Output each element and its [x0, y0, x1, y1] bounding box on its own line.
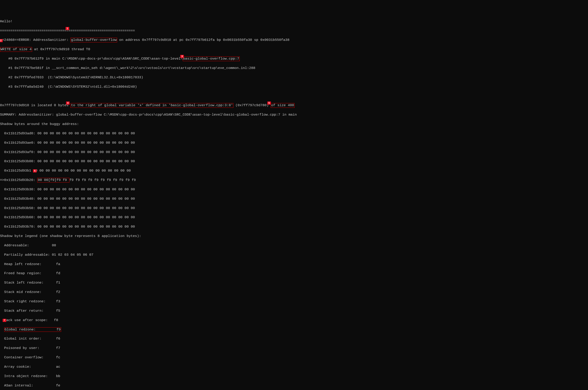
legend-global-redzone-box: Global redzone: f9: [4, 327, 61, 332]
legend-intra: Intra object redzone: bb: [0, 374, 588, 379]
shadow-row: 0x11b125d93ae0: 00 00 00 00 00 00 00 00 …: [0, 141, 588, 145]
callout-3: 3: [180, 55, 184, 58]
legend-global-redzone: Global redzone: f9: [0, 327, 588, 332]
frame-0-file-box: basic-global-overflow.cpp:7: [183, 56, 240, 61]
error-prefix: ==24868==ERROR: AddressSanitizer:: [0, 38, 71, 42]
shadow-r5c: f9 f9 f9 f9 f9 f9 f9 f9 f9 f9 f9: [69, 178, 136, 182]
shadow-row: 0x11b125d93b30: 00 00 00 00 00 00 00 00 …: [0, 187, 588, 192]
write-suffix: at 0x7ff797c9d910 thread T0: [32, 47, 90, 51]
shadow-r5a: =>0x11b125d93b20:: [0, 178, 37, 182]
legend-gr-a: [0, 328, 4, 332]
write-line: WRITE of size 4 at 0x7ff797c9d910 thread…: [0, 47, 588, 52]
shadow-row: 0x11b125d93b50: 00 00 00 00 00 00 00 00 …: [0, 206, 588, 211]
callout-7: 7: [3, 319, 6, 322]
shadow-row-trunc: 6 0x11b125d93b1 00 00 00 00 00 00 00 00 …: [0, 168, 588, 173]
loc-var-box: to the right of global variable 'x' defi…: [71, 103, 233, 108]
legend-partial: Partially addressable: 01 02 03 04 05 06…: [0, 252, 588, 257]
separator: 1=======================================…: [0, 29, 588, 33]
legend-asan: ASan internal: fe: [0, 383, 588, 388]
shadow-r4b: 00 00 00 00 00 00 00 00 00 00 00 00 00 0…: [31, 169, 131, 173]
callout-4: 4: [66, 101, 70, 105]
error-line: 2==24868==ERROR: AddressSanitizer: globa…: [0, 38, 588, 42]
legend-freed: Freed heap region: fd: [0, 271, 588, 276]
write-size-box: WRITE of size 4: [0, 47, 32, 52]
legend-container: Container overflow: fc: [0, 355, 588, 360]
legend-poisoned: Poisoned by user: f7: [0, 346, 588, 350]
legend-heap-left: Heap left redzone: fa: [0, 262, 588, 267]
error-suffix: on address 0x7ff797c9d910 at pc 0x7ff797…: [117, 38, 290, 42]
shadow-row: 0x11b125d93ad0: 00 00 00 00 00 00 00 00 …: [0, 131, 588, 136]
shadow-current-box: 00 00[f9]f9 f9: [37, 178, 69, 183]
shadow-row: 0x11b125d93b00: 00 00 00 00 00 00 00 00 …: [0, 159, 588, 164]
callout-2: 2: [0, 39, 3, 42]
frame-0-a: #0 0x7ff797b612f9 in main C:\MSDN\cpp-do…: [0, 57, 183, 61]
blank: [0, 94, 588, 98]
legend-stack-after: Stack after return: f5: [0, 309, 588, 313]
error-type-box: global-buffer-overflow: [71, 38, 117, 42]
shadow-row-current: =>0x11b125d93b20: 00 00[f9]f9 f9 f9 f9 f…: [0, 178, 588, 183]
frame-2: #2 0x7fff9fed7033 (C:\WINDOWS\System32\K…: [0, 75, 588, 80]
location-line: 450x7ff797c9d910 is located 0 bytes to t…: [0, 103, 588, 108]
loc-a: 0x7ff797c9d910 is located 0 bytes: [0, 103, 71, 107]
legend-stack-scope: 7 tack use after scope: f8: [0, 318, 588, 323]
shadow-header: Shadow bytes around the buggy address:: [0, 122, 588, 127]
shadow-row: 0x11b125d93b40: 00 00 00 00 00 00 00 00 …: [0, 196, 588, 201]
callout-6: 6: [33, 169, 37, 172]
legend-cookie: Array cookie: ac: [0, 365, 588, 369]
shadow-row: 0x11b125d93b70: 00 00 00 00 00 00 00 00 …: [0, 224, 588, 229]
legend-header: Shadow byte legend (one shadow byte repr…: [0, 234, 588, 239]
greeting: Hello!: [0, 19, 588, 24]
loc-size-box: of size 400: [271, 103, 294, 108]
legend-stack-right: Stack right redzone: f3: [0, 299, 588, 304]
legend-stack-mid: Stack mid redzone: f2: [0, 290, 588, 294]
loc-c: (0x7ff797c9d780): [233, 103, 271, 107]
shadow-row: 0x11b125d93b60: 00 00 00 00 00 00 00 00 …: [0, 215, 588, 220]
frame-1: #1 0x7ff797be581f in __scrt_common_main_…: [0, 66, 588, 70]
callout-5: 5: [267, 101, 271, 105]
legend-stack-left: Stack left redzone: f1: [0, 281, 588, 285]
callout-1: 1: [66, 27, 69, 30]
shadow-r4a: 0x11b125d93b1: [0, 169, 31, 173]
legend-scope-b: tack use after scope: f8: [4, 318, 58, 322]
legend-global-init: Global init order: f6: [0, 337, 588, 341]
frame-3: #3 0x7fffa0a5d240 (C:\WINDOWS\SYSTEM32\n…: [0, 85, 588, 89]
summary-line: SUMMARY: AddressSanitizer: global-buffer…: [0, 112, 588, 117]
legend-addressable: Addressable: 00: [0, 243, 588, 248]
frame-0: 3 #0 0x7ff797b612f9 in main C:\MSDN\cpp-…: [0, 56, 588, 61]
shadow-row: 0x11b125d93af0: 00 00 00 00 00 00 00 00 …: [0, 150, 588, 155]
